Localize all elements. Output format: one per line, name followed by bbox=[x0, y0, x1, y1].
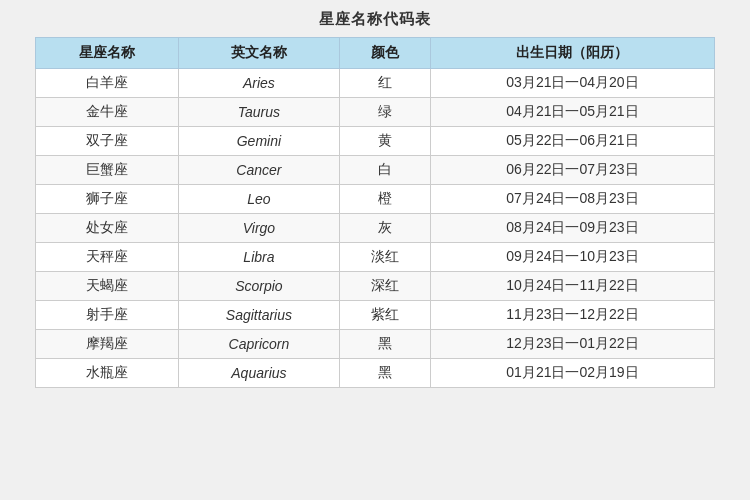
cell-chinese: 白羊座 bbox=[36, 69, 179, 98]
cell-date: 08月24日一09月23日 bbox=[430, 214, 714, 243]
table-row: 天蝎座Scorpio深红10月24日一11月22日 bbox=[36, 272, 715, 301]
cell-date: 11月23日一12月22日 bbox=[430, 301, 714, 330]
cell-english: Taurus bbox=[178, 98, 339, 127]
table-row: 摩羯座Capricorn黑12月23日一01月22日 bbox=[36, 330, 715, 359]
cell-chinese: 水瓶座 bbox=[36, 359, 179, 388]
cell-chinese: 摩羯座 bbox=[36, 330, 179, 359]
table-row: 狮子座Leo橙07月24日一08月23日 bbox=[36, 185, 715, 214]
cell-chinese: 狮子座 bbox=[36, 185, 179, 214]
table-row: 金牛座Taurus绿04月21日一05月21日 bbox=[36, 98, 715, 127]
cell-chinese: 天蝎座 bbox=[36, 272, 179, 301]
table-row: 处女座Virgo灰08月24日一09月23日 bbox=[36, 214, 715, 243]
cell-date: 06月22日一07月23日 bbox=[430, 156, 714, 185]
cell-color: 橙 bbox=[340, 185, 431, 214]
cell-english: Leo bbox=[178, 185, 339, 214]
cell-color: 白 bbox=[340, 156, 431, 185]
cell-color: 黄 bbox=[340, 127, 431, 156]
cell-chinese: 双子座 bbox=[36, 127, 179, 156]
cell-english: Capricorn bbox=[178, 330, 339, 359]
cell-date: 09月24日一10月23日 bbox=[430, 243, 714, 272]
cell-chinese: 处女座 bbox=[36, 214, 179, 243]
cell-date: 12月23日一01月22日 bbox=[430, 330, 714, 359]
table-row: 水瓶座Aquarius黑01月21日一02月19日 bbox=[36, 359, 715, 388]
cell-color: 深红 bbox=[340, 272, 431, 301]
table-header-row: 星座名称 英文名称 颜色 出生日期（阳历） bbox=[36, 38, 715, 69]
cell-date: 05月22日一06月21日 bbox=[430, 127, 714, 156]
cell-color: 淡红 bbox=[340, 243, 431, 272]
col-header-color: 颜色 bbox=[340, 38, 431, 69]
col-header-date: 出生日期（阳历） bbox=[430, 38, 714, 69]
cell-date: 03月21日一04月20日 bbox=[430, 69, 714, 98]
table-row: 天秤座Libra淡红09月24日一10月23日 bbox=[36, 243, 715, 272]
cell-date: 07月24日一08月23日 bbox=[430, 185, 714, 214]
cell-english: Gemini bbox=[178, 127, 339, 156]
cell-date: 10月24日一11月22日 bbox=[430, 272, 714, 301]
table-row: 射手座Sagittarius紫红11月23日一12月22日 bbox=[36, 301, 715, 330]
cell-chinese: 天秤座 bbox=[36, 243, 179, 272]
cell-color: 紫红 bbox=[340, 301, 431, 330]
cell-color: 绿 bbox=[340, 98, 431, 127]
cell-date: 01月21日一02月19日 bbox=[430, 359, 714, 388]
table-row: 双子座Gemini黄05月22日一06月21日 bbox=[36, 127, 715, 156]
cell-english: Aries bbox=[178, 69, 339, 98]
cell-english: Aquarius bbox=[178, 359, 339, 388]
col-header-chinese: 星座名称 bbox=[36, 38, 179, 69]
cell-date: 04月21日一05月21日 bbox=[430, 98, 714, 127]
table-row: 巨蟹座Cancer白06月22日一07月23日 bbox=[36, 156, 715, 185]
cell-english: Virgo bbox=[178, 214, 339, 243]
cell-english: Scorpio bbox=[178, 272, 339, 301]
cell-english: Libra bbox=[178, 243, 339, 272]
cell-english: Sagittarius bbox=[178, 301, 339, 330]
page-title: 星座名称代码表 bbox=[319, 10, 431, 29]
cell-chinese: 巨蟹座 bbox=[36, 156, 179, 185]
cell-color: 红 bbox=[340, 69, 431, 98]
table-row: 白羊座Aries红03月21日一04月20日 bbox=[36, 69, 715, 98]
cell-color: 灰 bbox=[340, 214, 431, 243]
cell-english: Cancer bbox=[178, 156, 339, 185]
cell-color: 黑 bbox=[340, 359, 431, 388]
col-header-english: 英文名称 bbox=[178, 38, 339, 69]
zodiac-table: 星座名称 英文名称 颜色 出生日期（阳历） 白羊座Aries红03月21日一04… bbox=[35, 37, 715, 388]
cell-chinese: 射手座 bbox=[36, 301, 179, 330]
cell-chinese: 金牛座 bbox=[36, 98, 179, 127]
cell-color: 黑 bbox=[340, 330, 431, 359]
